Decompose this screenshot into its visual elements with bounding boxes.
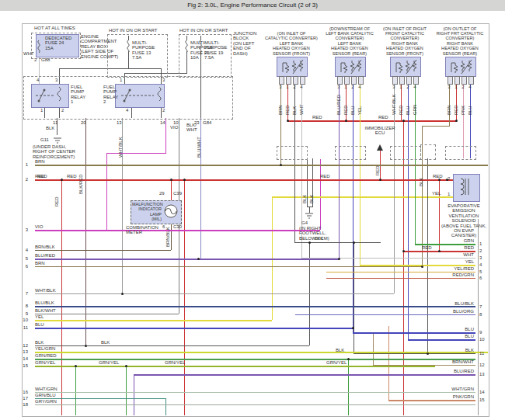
sensor-pin-number: 3: [446, 85, 452, 89]
wire: [75, 366, 76, 415]
junction-dot: [61, 179, 63, 181]
wire-label: BLK: [309, 195, 314, 203]
junction-dot: [125, 365, 127, 367]
sensor-wire-color-label: WHT: [299, 104, 304, 115]
wire: [126, 366, 127, 415]
row-number: 3: [17, 227, 28, 232]
wire-label: G84: [203, 120, 211, 125]
relay-contact-coil-icon: [115, 84, 163, 106]
sensor-wire-color-label: BLU: [350, 106, 355, 115]
inline-connector-box: [445, 146, 476, 160]
wire: [388, 400, 475, 401]
sensor-pin-connector: [468, 76, 474, 85]
wire-label: BLU/RED: [426, 369, 474, 373]
oxygen-sensor-box: [390, 57, 421, 77]
row-number: 5: [479, 269, 482, 274]
row-number: 17: [17, 396, 28, 401]
wire-label: BRN/BLK: [165, 227, 170, 247]
wire-label: 1: [448, 192, 450, 196]
wire: [354, 353, 475, 354]
sensor-pin-connector: [448, 76, 453, 85]
combination-meter-label: COMBINATION METER: [126, 225, 158, 235]
wire: [320, 159, 321, 230]
wire-label: BLK: [35, 340, 44, 345]
wire-label: RED: [426, 245, 474, 250]
wire: [272, 196, 453, 198]
wire: [422, 126, 450, 127]
mil-label: MALFUNCTION INDICATOR LAMP (MIL): [132, 202, 162, 222]
sensor-caption: (ON INLET OF RIGHT FRONT CATALYTIC CONVE…: [373, 26, 437, 56]
wire-label: 14: [160, 120, 165, 125]
row-number: 11: [17, 325, 28, 330]
sensor-pin-number: 3: [336, 85, 342, 89]
junction-dot: [402, 250, 405, 252]
row-number: 11: [479, 351, 484, 356]
sensor-wire-color-label: BLU: [468, 106, 472, 115]
wire: [106, 153, 166, 154]
wire-label: VIO: [35, 224, 43, 229]
wiring-diagram-canvas: 1BRN2RED3VIO4BRN/BLK5BLU/RED6BRN7WHT/BLK…: [0, 0, 505, 420]
row-number: 9: [479, 330, 482, 335]
wire-label: YEL: [432, 191, 441, 196]
sensor-pin-number: 4: [298, 85, 305, 89]
wire-label: BLK/WHT: [35, 308, 56, 313]
fuse-icon: [197, 40, 204, 53]
junction-dot: [287, 120, 289, 122]
row-number: 15: [17, 363, 28, 368]
lamp-icon: [162, 203, 179, 220]
sensor-pin-connector: [406, 76, 412, 85]
wire-label: WHT/GRN: [426, 387, 474, 391]
sensor-pin-connector: [461, 76, 467, 85]
inline-connector-box: [277, 146, 308, 160]
row-number: 6: [17, 264, 28, 269]
fuel-pump-relay-2-label: FUEL PUMP RELAY 2: [103, 85, 118, 105]
wire-label: RED: [378, 115, 388, 120]
wire-label: BLU/BLK: [426, 301, 474, 306]
mil-top-pin: 29: [159, 191, 165, 196]
wire-label: GRN/YEL: [35, 360, 55, 365]
solenoid-coil-icon: [453, 174, 479, 200]
wire-label: GRN: [426, 238, 474, 243]
sensor-pin-connector: [279, 76, 284, 85]
junction-dot: [455, 120, 458, 122]
oxygen-sensor-box: [277, 57, 308, 77]
wire: [408, 83, 409, 339]
row-number: 10: [17, 318, 28, 322]
mil-bottom-pin: 6: [162, 224, 165, 229]
row-number: 2: [479, 248, 482, 253]
row-number: 10: [479, 337, 485, 342]
wire-label: BLK: [101, 340, 110, 345]
row-number: 14: [17, 356, 28, 361]
junction-dot: [308, 241, 311, 244]
sensor-caption: (DOWNSTREAM OF LEFT BANK CATALYTIC CONVE…: [318, 26, 381, 56]
mil-bottom-connector: C30: [173, 224, 182, 229]
power-label-hot-at-all-times: HOT AT ALL TIMES: [34, 26, 75, 30]
sensor-pin-number: 4: [357, 85, 363, 89]
wire-label: BLU: [426, 334, 474, 338]
junction-dot: [85, 345, 87, 347]
wire: [478, 219, 479, 415]
sensor-heater-icon: [336, 57, 365, 76]
fuse-icon: [125, 40, 131, 53]
wire-label: GRN/YEL: [99, 360, 119, 365]
row-number: 4: [479, 262, 482, 267]
immobilizer-ecu-label: IMMOBILIZER ECU: [357, 126, 402, 136]
sensor-pin-connector: [399, 76, 405, 85]
wire: [294, 242, 381, 243]
wire: [165, 398, 166, 415]
row-number: 13: [479, 372, 485, 377]
row-number: 9: [17, 311, 28, 316]
wire-label: BLK: [426, 348, 474, 352]
sensor-pin-connector: [392, 76, 398, 85]
wire-label: YEL/RED: [426, 266, 474, 271]
wire-label: BLU/BLK: [35, 300, 54, 305]
junction-dot: [75, 365, 77, 367]
sensor-pin-connector: [286, 76, 291, 85]
wire: [326, 278, 475, 279]
sensor-pin-connector: [337, 76, 343, 85]
wire: [35, 314, 179, 314]
mil-top-connector: C39: [173, 191, 182, 196]
ground-icon: [53, 137, 62, 144]
fuse-icon: [183, 40, 190, 53]
fuse-icon: [36, 40, 42, 53]
